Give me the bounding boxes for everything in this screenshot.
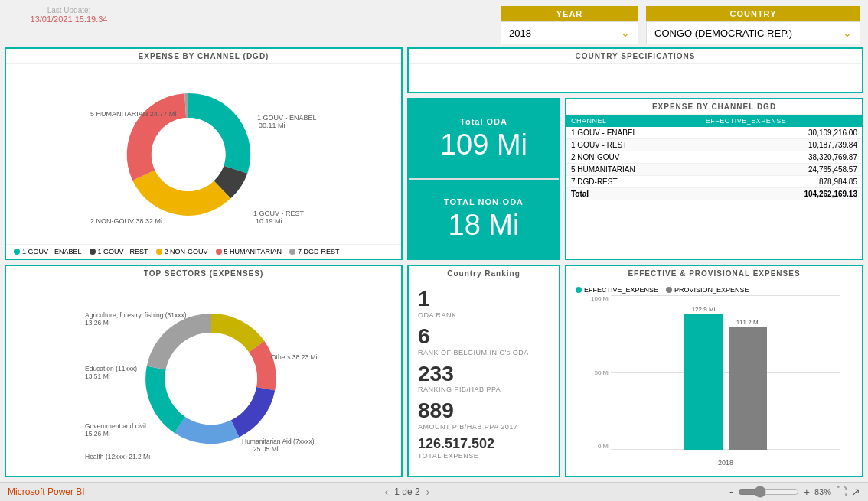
bar-chart-container: 100 Mi 50 Mi 0 Mi — [573, 295, 856, 473]
x-axis-label: 2018 — [611, 459, 840, 467]
country-dropdown[interactable]: COUNTRY CONGO (DEMOCRATIC REP.) ⌄ — [646, 6, 860, 44]
legend-gouv-enabel: 1 GOUV - ENABEL — [14, 248, 82, 255]
rank1-value: 1 — [418, 288, 550, 311]
svg-point-0 — [152, 118, 225, 191]
svg-text:30.11 Mi: 30.11 Mi — [259, 122, 286, 129]
bars-group: 122.9 Mi 111.2 Mi — [611, 295, 840, 450]
total-oda-panel: Total ODA 109 Mi TOTAL NON-ODA 18 Mi — [407, 98, 560, 260]
zoom-percent: 83% — [814, 487, 831, 496]
bottom-bar: Microsoft Power BI ‹ 1 de 2 › - + 83% ⛶ … — [0, 482, 868, 501]
rank3-value: 233 — [418, 363, 550, 386]
prev-page-button[interactable]: ‹ — [385, 486, 389, 498]
bar2-fill — [729, 327, 767, 450]
svg-text:5 HUMANITARIAN 24.77 Mi: 5 HUMANITARIAN 24.77 Mi — [90, 110, 176, 118]
sectors-donut-chart: Agriculture, forestry, fishing (31xxx) 1… — [81, 294, 326, 463]
year-label: YEAR — [501, 6, 638, 21]
page-info: 1 de 2 — [394, 486, 419, 497]
svg-text:10.19 Mi: 10.19 Mi — [256, 217, 282, 225]
legend-non-gouv: 2 NON-GOUV — [156, 248, 208, 255]
svg-text:1 GOUV - REST: 1 GOUV - REST — [253, 210, 305, 217]
label-gouv-enabel: 1 GOUV - ENABEL — [257, 114, 317, 122]
svg-point-6 — [165, 333, 257, 425]
eff-prov-title: EFFECTIVE & PROVISIONAL EXPENSES — [566, 266, 862, 281]
year-select[interactable]: 2018 ⌄ — [501, 21, 638, 44]
rank2-value: 6 — [418, 325, 550, 349]
svg-text:15.26 Mi: 15.26 Mi — [85, 430, 110, 438]
svg-text:Humanitarian Aid (7xxxx): Humanitarian Aid (7xxxx) — [242, 438, 315, 445]
expense-channel-title: EXPENSE BY CHANNEL (DGD) — [6, 49, 401, 64]
svg-text:Government and civil ...: Government and civil ... — [85, 422, 153, 430]
expand-icon[interactable]: ↗ — [851, 486, 860, 498]
country-spec-title: COUNTRY SPECIFICATIONS — [409, 49, 862, 64]
col-channel: CHANNEL — [566, 115, 701, 127]
zoom-plus-button[interactable]: + — [804, 486, 810, 498]
zoom-bar: - + 83% ⛶ ↗ — [729, 486, 860, 498]
channel-donut-area: 1 GOUV - ENABEL 30.11 Mi 1 GOUV - REST 1… — [6, 64, 401, 244]
sectors-title: TOP SECTORS (EXPENSES) — [6, 266, 401, 281]
legend-dot-provision — [666, 287, 672, 293]
legend-dot-humanitarian — [216, 249, 222, 255]
zoom-minus-button[interactable]: - — [729, 486, 733, 498]
row-1: EXPENSE BY CHANNEL (DGD) — [5, 47, 863, 260]
rank1-label: ODA RANK — [418, 311, 550, 319]
rank4-label: AMOUNT PIB/HAB PPA 2017 — [418, 423, 550, 431]
sectors-panel: TOP SECTORS (EXPENSES) — [5, 265, 403, 477]
eff-prov-chart-area: EFFECTIVE_EXPENSE PROVISION_EXPENSE 100 … — [566, 281, 862, 476]
expense-table: CHANNEL EFFECTIVE_EXPENSE 1 GOUV - ENABE… — [566, 115, 862, 200]
svg-text:2 NON-GOUV 38.32 Mi: 2 NON-GOUV 38.32 Mi — [90, 217, 162, 225]
eff-prov-panel: EFFECTIVE & PROVISIONAL EXPENSES EFFECTI… — [565, 265, 863, 477]
header: Last Update: 13/01/2021 15:19:34 YEAR 20… — [0, 0, 868, 47]
row1-right: COUNTRY SPECIFICATIONS Total ODA 109 Mi … — [407, 47, 863, 260]
bar-legend: EFFECTIVE_EXPENSE PROVISION_EXPENSE — [573, 285, 856, 295]
bar1-fill — [684, 314, 723, 450]
page-nav: ‹ 1 de 2 › — [385, 486, 430, 498]
table-row: 2 NON-GOUV38,320,769.87 — [566, 151, 862, 164]
fullscreen-icon[interactable]: ⛶ — [836, 486, 847, 498]
country-spec-content — [409, 64, 862, 92]
legend-gouv-rest: 1 GOUV - REST — [90, 248, 148, 255]
legend-dgd-rest: 7 DGD-REST — [289, 248, 340, 255]
svg-text:13.51 Mi: 13.51 Mi — [85, 372, 110, 380]
channel-donut-chart: 1 GOUV - ENABEL 30.11 Mi 1 GOUV - REST 1… — [89, 74, 318, 235]
svg-text:13.26 Mi: 13.26 Mi — [85, 319, 110, 327]
legend-dot-gouv-enabel — [14, 249, 20, 255]
oda-label: Total ODA — [409, 114, 559, 129]
table-row: 5 HUMANITARIAN24,765,458.57 — [566, 164, 862, 176]
channel-legend: 1 GOUV - ENABEL 1 GOUV - REST 2 NON-GOUV… — [6, 244, 401, 259]
svg-text:Agriculture, forestry, fishing: Agriculture, forestry, fishing (31xxx) — [85, 311, 187, 319]
country-chevron-icon: ⌄ — [843, 27, 852, 39]
next-page-button[interactable]: › — [426, 486, 430, 498]
svg-text:Health (12xxx) 21.2 Mi: Health (12xxx) 21.2 Mi — [85, 453, 150, 460]
expense-table-title: EXPENSE BY CHANNEL DGD — [566, 99, 862, 115]
rank5-label: TOTAL EXPENSE — [418, 452, 550, 460]
col-amount: EFFECTIVE_EXPENSE — [701, 115, 862, 127]
zoom-slider[interactable] — [738, 486, 799, 498]
country-spec-panel: COUNTRY SPECIFICATIONS — [407, 47, 863, 93]
table-row: 1 GOUV - REST10,187,739.84 — [566, 139, 862, 151]
rank3-label: RANKING PIB/HAB PPA — [418, 386, 550, 393]
legend-effective: EFFECTIVE_EXPENSE — [576, 286, 658, 294]
legend-humanitarian: 5 HUMANITARIAN — [216, 248, 282, 255]
bar-provision: 111.2 Mi — [729, 319, 767, 450]
y-axis: 100 Mi 50 Mi 0 Mi — [576, 295, 609, 450]
expense-table-scroll[interactable]: CHANNEL EFFECTIVE_EXPENSE 1 GOUV - ENABE… — [566, 115, 862, 259]
non-oda-label: TOTAL NON-ODA — [409, 194, 559, 210]
last-update-value: 13/01/2021 15:19:34 — [8, 15, 130, 24]
ranking-title: Country Ranking — [409, 266, 559, 281]
table-row: 7 DGD-REST878,984.85 — [566, 176, 862, 188]
rank2-label: RANK OF BELGIUM IN C's ODA — [418, 349, 550, 356]
year-value: 2018 — [509, 28, 531, 39]
non-oda-value: 18 Mi — [409, 210, 559, 242]
country-label: COUNTRY — [646, 6, 860, 21]
svg-text:Education (11xxx): Education (11xxx) — [85, 365, 137, 372]
country-select[interactable]: CONGO (DEMOCRATIC REP.) ⌄ — [646, 21, 860, 44]
dashboard: EXPENSE BY CHANNEL (DGD) — [0, 47, 868, 482]
legend-dot-dgd-rest — [289, 249, 295, 255]
svg-text:Others 38.23 Mi: Others 38.23 Mi — [271, 353, 318, 361]
expense-channel-panel: EXPENSE BY CHANNEL (DGD) — [5, 47, 403, 260]
last-update-label: Last Update: — [8, 6, 130, 15]
powerbi-link[interactable]: Microsoft Power BI — [8, 486, 85, 497]
year-dropdown[interactable]: YEAR 2018 ⌄ — [501, 6, 638, 44]
bar2-label: 111.2 Mi — [736, 319, 760, 326]
sectors-donut-area: Agriculture, forestry, fishing (31xxx) 1… — [6, 281, 401, 476]
